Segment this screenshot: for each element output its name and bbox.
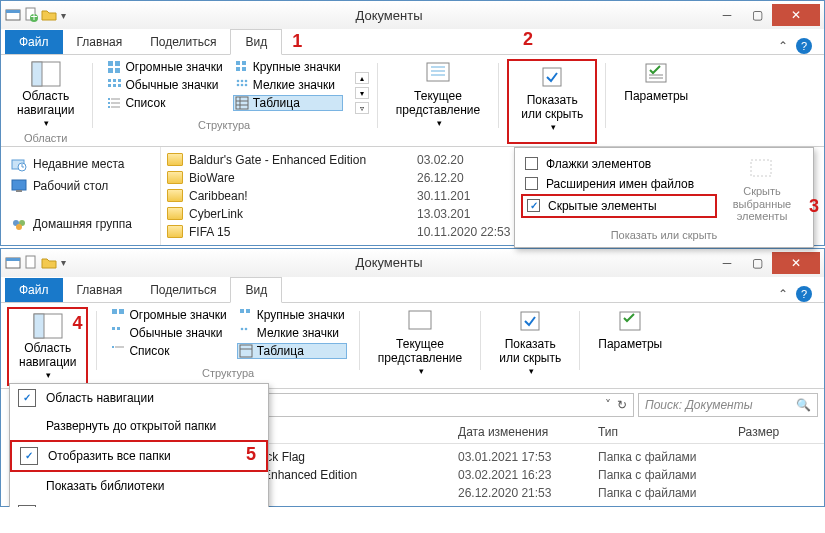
svg-rect-9: [108, 68, 113, 73]
dropdown-icon[interactable]: ˅: [605, 398, 611, 412]
svg-rect-67: [115, 346, 124, 347]
hide-selected-button[interactable]: Скрыть выбранные элементы: [717, 154, 807, 225]
svg-rect-14: [242, 67, 246, 71]
menu-nav-pane[interactable]: Область навигации: [10, 384, 268, 412]
svg-rect-68: [240, 345, 252, 357]
layout-gallery[interactable]: Огромные значки Крупные значки Обычные з…: [109, 307, 346, 359]
svg-point-65: [244, 328, 247, 331]
refresh-icon[interactable]: ↻: [617, 398, 627, 412]
menu-show-libs[interactable]: Показать библиотеки: [10, 472, 268, 500]
svg-rect-66: [112, 346, 114, 348]
ribbon-collapse-icon[interactable]: ⌃: [778, 39, 788, 53]
svg-rect-18: [108, 84, 111, 87]
tab-share[interactable]: Поделиться: [136, 30, 230, 54]
svg-rect-62: [112, 327, 115, 330]
svg-rect-16: [113, 79, 116, 82]
app-icon: [5, 255, 21, 271]
tab-home[interactable]: Главная: [63, 30, 137, 54]
minimize-button[interactable]: ─: [712, 4, 742, 26]
svg-rect-54: [6, 258, 20, 261]
maximize-button[interactable]: ▢: [742, 4, 772, 26]
show-hide-button[interactable]: Показать или скрыть▾: [493, 307, 567, 378]
nav-pane-button[interactable]: Область навигации▾: [11, 59, 80, 130]
tab-share[interactable]: Поделиться: [136, 278, 230, 302]
svg-rect-15: [108, 79, 111, 82]
svg-rect-12: [242, 61, 246, 65]
group-layout: Структура: [198, 119, 250, 131]
folder-icon: [167, 153, 183, 166]
ribbon: Область навигации▾ Области Огромные знач…: [1, 55, 824, 147]
svg-rect-72: [620, 312, 640, 330]
svg-rect-60: [240, 309, 244, 313]
gallery-more-icon[interactable]: ▾: [355, 87, 369, 99]
svg-rect-19: [113, 84, 116, 87]
svg-rect-17: [118, 79, 121, 82]
current-view-button[interactable]: Текущее представление▾: [390, 59, 486, 130]
svg-rect-10: [115, 68, 120, 73]
svg-rect-33: [236, 97, 248, 109]
maximize-button[interactable]: ▢: [742, 252, 772, 274]
minimize-button[interactable]: ─: [712, 252, 742, 274]
sidebar-desktop[interactable]: Рабочий стол: [5, 175, 156, 197]
svg-rect-6: [32, 62, 42, 86]
folder-icon: [167, 225, 183, 238]
svg-rect-27: [108, 98, 110, 100]
tab-file[interactable]: Файл: [5, 278, 63, 302]
folder-icon: [167, 207, 183, 220]
show-hide-button[interactable]: Показать или скрыть▾: [515, 63, 589, 134]
svg-rect-42: [646, 64, 666, 82]
gallery-more-icon[interactable]: ▿: [355, 102, 369, 114]
help-icon[interactable]: ?: [796, 286, 812, 302]
svg-point-51: [16, 224, 22, 230]
svg-text:+: +: [30, 10, 37, 23]
svg-rect-41: [543, 68, 561, 86]
menu-show-fav[interactable]: Отображать папку "Избранное": [10, 500, 268, 507]
svg-rect-30: [111, 103, 120, 104]
svg-rect-63: [117, 327, 120, 330]
popup-file-ext[interactable]: Расширения имен файлов: [521, 174, 717, 194]
options-button[interactable]: Параметры: [592, 307, 668, 354]
sidebar-homegroup[interactable]: Домашняя группа: [5, 213, 156, 235]
new-doc-icon[interactable]: [23, 255, 39, 271]
svg-rect-32: [111, 107, 120, 108]
search-icon[interactable]: 🔍: [796, 398, 811, 412]
svg-rect-55: [26, 256, 35, 268]
svg-rect-20: [118, 84, 121, 87]
svg-rect-71: [521, 312, 539, 330]
svg-rect-59: [119, 309, 124, 314]
ribbon-collapse-icon[interactable]: ⌃: [778, 287, 788, 301]
svg-rect-47: [12, 180, 26, 190]
options-button[interactable]: Параметры: [618, 59, 694, 106]
homegroup-icon: [11, 216, 27, 232]
ribbon-tabs: Файл Главная Поделиться Вид 1 2 ⌃ ?: [1, 29, 824, 55]
gallery-more-icon[interactable]: ▴: [355, 72, 369, 84]
group-areas: Области: [24, 132, 68, 144]
show-hide-popup: Флажки элементов Расширения имен файлов …: [514, 147, 814, 248]
title-bar: ▾ Документы ─ ▢ ✕: [1, 249, 824, 277]
annotation-4: 4: [72, 313, 82, 334]
close-button[interactable]: ✕: [772, 252, 820, 274]
search-input[interactable]: Поиск: Документы 🔍: [638, 393, 818, 417]
annotation-2: 2: [523, 29, 533, 50]
sidebar-recent[interactable]: Недавние места: [5, 153, 156, 175]
folder-icon: [167, 171, 183, 184]
new-doc-icon[interactable]: +: [23, 7, 39, 23]
tab-home[interactable]: Главная: [63, 278, 137, 302]
tab-view[interactable]: Вид: [230, 277, 282, 303]
popup-item-checkboxes[interactable]: Флажки элементов: [521, 154, 717, 174]
close-button[interactable]: ✕: [772, 4, 820, 26]
popup-hidden-items[interactable]: Скрытые элементы: [521, 194, 717, 218]
tab-view[interactable]: Вид: [230, 29, 282, 55]
desktop-icon: [11, 178, 27, 194]
help-icon[interactable]: ?: [796, 38, 812, 54]
svg-rect-1: [6, 10, 20, 13]
layout-gallery[interactable]: Огромные значки Крупные значки Обычные з…: [105, 59, 342, 111]
current-view-button[interactable]: Текущее представление▾: [372, 307, 468, 378]
open-folder-icon[interactable]: [41, 255, 57, 271]
menu-expand[interactable]: Развернуть до открытой папки: [10, 412, 268, 440]
nav-sidebar: Недавние места Рабочий стол Домашняя гру…: [1, 147, 161, 245]
open-folder-icon[interactable]: [41, 7, 57, 23]
tab-file[interactable]: Файл: [5, 30, 63, 54]
svg-rect-61: [246, 309, 250, 313]
menu-show-all[interactable]: Отобразить все папки 5: [10, 440, 268, 472]
